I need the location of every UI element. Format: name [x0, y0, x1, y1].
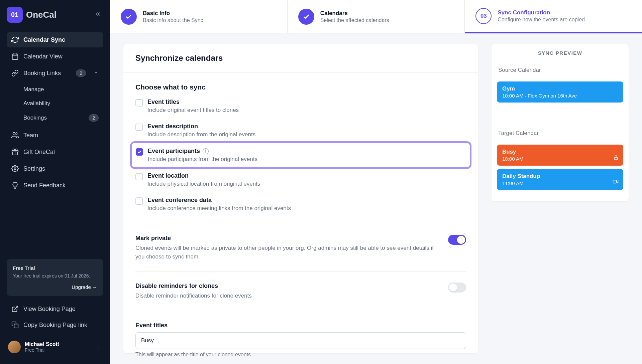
mark-private-toggle[interactable] [448, 235, 466, 245]
event-time: 11:00 AM [502, 180, 618, 186]
step-sync-config[interactable]: 03 Sync Configuration Configure how the … [465, 0, 642, 33]
video-icon [613, 179, 619, 186]
svg-point-7 [14, 168, 16, 170]
checkbox[interactable] [135, 124, 143, 131]
nav-item-label: Availability [23, 100, 50, 107]
checkbox[interactable] [135, 197, 143, 205]
nav-item-label: Bookings [23, 115, 47, 121]
booking-submenu: Manage Availability Bookings2 [7, 83, 103, 125]
step-title: Calendars [320, 10, 389, 17]
nav-item-label: Manage [23, 86, 44, 93]
nav-view-booking-page[interactable]: View Booking Page [7, 301, 103, 317]
badge: 2 [89, 114, 99, 122]
option-label: Event conference data [147, 197, 291, 204]
option-event-conference[interactable]: Event conference data Include conference… [135, 195, 466, 213]
target-event: Busy 10:00 AM [497, 145, 623, 166]
check-icon [298, 9, 314, 25]
event-title: Gym [502, 85, 618, 92]
toggle-desc: Disable reminder notifications for clone… [135, 292, 440, 300]
divider [135, 271, 466, 272]
highlighted-option: Event participants i Include participant… [130, 141, 471, 169]
option-desc: Include original event titles to clones [147, 107, 239, 114]
event-titles-label: Event titles [135, 322, 466, 329]
step-calendars[interactable]: Calendars Select the affected calendars [288, 0, 465, 33]
gift-icon [11, 148, 19, 156]
source-calendar-body: Gym 10:00 AM · Flex Gym on 16th Ave [492, 78, 629, 125]
calendar-icon [11, 53, 19, 60]
sync-icon [11, 36, 19, 43]
step-title: Sync Configuration [498, 9, 585, 16]
toggle-title: Mark private [135, 235, 440, 242]
main-nav: Calendar Sync Calendar View Booking Link… [7, 32, 103, 193]
nav-item-label: Send Feedback [23, 182, 66, 189]
avatar [8, 341, 21, 353]
nav-manage[interactable]: Manage [19, 83, 103, 96]
logo-badge: 01 [7, 7, 23, 23]
target-calendar-body: Busy 10:00 AM Daily Standup 11:00 AM [492, 141, 629, 201]
nav-copy-booking-link[interactable]: Copy Booking Page link [7, 317, 103, 333]
logo-text: OneCal [26, 10, 57, 20]
event-title: Busy [502, 149, 618, 155]
option-desc: Include participants from the original e… [148, 156, 257, 163]
option-label: Event titles [147, 99, 239, 106]
main-area: Basic Info Basic info about the Sync Cal… [110, 0, 642, 364]
user-name: Michael Scott [25, 341, 92, 347]
checkbox[interactable] [135, 173, 143, 180]
nav-feedback[interactable]: Send Feedback [7, 178, 103, 193]
user-menu-button[interactable]: ⋮ [96, 346, 102, 349]
svg-rect-9 [614, 157, 617, 160]
user-profile[interactable]: Michael Scott Free Trial ⋮ [7, 337, 103, 357]
option-event-location[interactable]: Event location Include physical location… [135, 171, 466, 189]
step-title: Basic Info [143, 10, 203, 17]
target-event: Daily Standup 11:00 AM [497, 169, 623, 190]
user-plan: Free Trial [25, 347, 92, 353]
event-titles-hint: This will appear as the title of your cl… [135, 352, 466, 358]
upgrade-button[interactable]: Upgrade → [13, 284, 97, 290]
nav-item-label: View Booking Page [23, 306, 76, 313]
check-icon [121, 9, 137, 25]
info-icon[interactable]: i [203, 148, 209, 154]
trial-card: Free Trial Your free trial expires on 01… [7, 259, 103, 296]
choose-title: Choose what to sync [135, 83, 466, 91]
option-event-participants[interactable]: Event participants i Include participant… [136, 146, 466, 164]
target-calendar-label: Target Calendar [492, 125, 629, 141]
option-label: Event description [147, 123, 255, 130]
option-event-titles[interactable]: Event titles Include original event titl… [135, 97, 466, 115]
option-desc: Include conference meeting links from th… [147, 205, 291, 212]
nav-bookings[interactable]: Bookings2 [19, 111, 103, 125]
checkbox[interactable] [135, 99, 143, 107]
event-titles-input[interactable] [135, 332, 466, 349]
external-link-icon [11, 305, 19, 313]
nav-gift[interactable]: Gift OneCal [7, 144, 103, 160]
option-event-description[interactable]: Event description Include description fr… [135, 122, 466, 139]
nav-settings[interactable]: Settings [7, 161, 103, 176]
gear-icon [11, 165, 19, 172]
disable-reminders-toggle[interactable] [448, 283, 466, 293]
checkbox[interactable] [136, 148, 143, 156]
nav-item-label: Booking Links [23, 70, 61, 77]
step-basic-info[interactable]: Basic Info Basic info about the Sync [110, 0, 288, 33]
link-icon [11, 69, 19, 77]
nav-booking-links[interactable]: Booking Links 2 [7, 65, 103, 81]
page-title: Synchronize calendars [135, 53, 466, 63]
nav-calendar-sync[interactable]: Calendar Sync [7, 32, 103, 47]
nav-item-label: Settings [23, 165, 45, 172]
event-title: Daily Standup [502, 173, 618, 180]
divider [135, 311, 466, 311]
sync-options-list: Event titles Include original event titl… [135, 97, 466, 213]
step-desc: Basic info about the Sync [143, 17, 203, 23]
svg-rect-0 [12, 54, 18, 60]
app-logo[interactable]: 01 OneCal [7, 7, 57, 23]
nav-team[interactable]: Team [7, 128, 103, 143]
copy-icon [11, 321, 19, 329]
svg-point-4 [13, 133, 15, 135]
collapse-sidebar-button[interactable] [93, 9, 103, 21]
nav-availability[interactable]: Availability [19, 97, 103, 110]
lightbulb-icon [11, 182, 19, 189]
nav-calendar-view[interactable]: Calendar View [7, 49, 103, 64]
event-time: 10:00 AM [502, 156, 618, 162]
nav-item-label: Copy Booking Page link [23, 322, 87, 329]
step-desc: Configure how the events are copied [498, 17, 585, 23]
trial-desc: Your free trial expires on 01 Jul 2026. [13, 273, 97, 280]
nav-item-label: Calendar Sync [23, 36, 65, 43]
